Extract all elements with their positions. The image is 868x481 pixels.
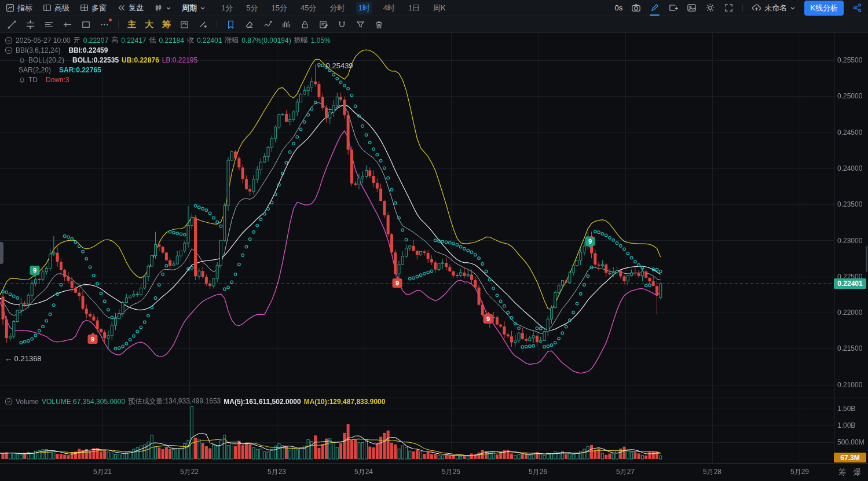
main-chart-button[interactable]: 主 — [127, 19, 136, 30]
save-layout-dropdown[interactable]: 未命名 — [752, 3, 796, 13]
replay-label: 复盘 — [129, 3, 144, 13]
change-label: 涨幅 — [225, 35, 239, 45]
parallel-channel-tool-icon[interactable] — [25, 20, 35, 30]
high-value: 0.22417 — [121, 36, 146, 45]
open-value: 0.22207 — [83, 36, 108, 45]
divider — [217, 20, 217, 28]
period-tab-45分[interactable]: 45分 — [299, 2, 318, 14]
bbi-legend-row: BBI(3,6,12,24) BBI:0.22459 — [5, 45, 331, 55]
multi-window-icon — [80, 3, 89, 12]
layout-name: 未命名 — [764, 3, 787, 13]
estimated-volume-value: 预估成交量:134,933,499.1653 — [128, 396, 221, 406]
lock-tool-icon[interactable] — [300, 20, 310, 30]
date-axis-label: 5月29 — [790, 467, 809, 477]
bookmark-tool-icon[interactable] — [226, 20, 236, 30]
price-axis-label: 0.21500 — [837, 344, 862, 353]
horizontal-lines-tool-icon[interactable] — [44, 20, 54, 30]
close-value: 0.22401 — [197, 36, 222, 45]
kline-analysis-button[interactable]: K线分析 — [804, 1, 844, 16]
replay-button[interactable]: 复盘 — [117, 3, 144, 13]
kline-chart-canvas[interactable] — [0, 33, 868, 481]
multi-window-button[interactable]: 多窗 — [80, 3, 107, 13]
collapse-chevron-icon[interactable] — [5, 36, 13, 45]
td-value: Down:3 — [46, 76, 69, 84]
large-view-button[interactable]: 大 — [145, 19, 153, 30]
chart-area: 2025-05-27 10:00 开0.22207 高0.22417 低0.22… — [0, 33, 868, 481]
bottom-corner-toggle-2[interactable]: 爆 — [854, 467, 861, 478]
settings-gear-icon[interactable] — [705, 3, 715, 13]
volume-value: VOLUME:67,354,305.0000 — [42, 398, 125, 406]
volume-axis-label: 1.00B — [837, 421, 855, 429]
price-axis-label: 0.22000 — [837, 309, 862, 317]
drawing-toolbar: 主 大 筹 — [0, 16, 868, 33]
chip-distribution-button[interactable]: 筹 — [162, 19, 171, 30]
current-price-badge: 0.22401 — [834, 278, 866, 289]
indicator-icon — [6, 3, 14, 12]
date-axis-label: 5月25 — [442, 467, 460, 477]
period-dropdown[interactable]: 周期 — [182, 3, 206, 13]
top-toolbar: 指标 高级 多窗 复盘 周期 1分5分15分45分分时1时4时1日周K 0s — [0, 0, 868, 16]
eraser-tool-icon[interactable] — [244, 20, 254, 30]
collapse-chevron-icon[interactable] — [5, 46, 13, 54]
share-icon[interactable] — [852, 3, 862, 13]
horizontal-ray-tool-icon[interactable] — [63, 20, 72, 30]
axis-scrollbar[interactable] — [866, 246, 867, 272]
period-tab-1日[interactable]: 1日 — [406, 2, 422, 14]
candle-time: 2025-05-27 10:00 — [16, 36, 71, 45]
compare-rotate-icon[interactable] — [180, 20, 189, 30]
current-volume-badge: 67.3M — [834, 453, 866, 462]
close-label: 收 — [187, 35, 194, 45]
volume-ma5-value: MA(5):161,611,502.0000 — [224, 398, 301, 406]
advanced-button[interactable]: 高级 — [43, 3, 69, 13]
chart-type-dropdown[interactable] — [154, 3, 171, 12]
period-tab-1分[interactable]: 1分 — [219, 2, 235, 14]
period-tab-15分[interactable]: 15分 — [269, 2, 288, 14]
period-tab-5分[interactable]: 5分 — [244, 2, 259, 14]
low-price-annotation: ← 0.21368 — [5, 354, 42, 363]
sar-name: SAR(2,20) — [19, 66, 51, 74]
more-tools-icon[interactable] — [100, 20, 109, 30]
price-axis-label: 0.21000 — [837, 381, 862, 389]
alert-bell-icon[interactable] — [19, 76, 25, 83]
date-axis-label: 5月24 — [354, 467, 373, 477]
freehand-pen-tool-icon[interactable] — [263, 20, 273, 30]
period-tab-分时[interactable]: 分时 — [328, 2, 346, 14]
bar-pattern-tool-icon[interactable] — [281, 20, 291, 30]
add-panel-icon[interactable] — [668, 3, 678, 13]
period-tab-周K[interactable]: 周K — [431, 2, 448, 14]
collapse-chevron-icon[interactable] — [5, 398, 13, 406]
price-axis-label: 0.23500 — [837, 200, 862, 208]
td-count-badge: 9 — [30, 266, 40, 275]
amplitude-value: 1.05% — [311, 36, 331, 45]
screenshot-camera-icon[interactable] — [631, 3, 641, 13]
period-tabs: 1分5分15分45分分时1时4时1日周K — [219, 2, 448, 14]
date-axis-label: 5月21 — [93, 467, 112, 477]
bottom-corner-toggle-1[interactable]: 筹 — [838, 467, 846, 478]
indicators-button[interactable]: 指标 — [6, 3, 32, 13]
price-axis-label: 0.23000 — [837, 237, 862, 245]
rectangle-tool-icon[interactable] — [81, 20, 91, 30]
low-value: 0.22184 — [159, 36, 184, 45]
magnet-tool-icon[interactable] — [337, 20, 347, 30]
date-axis-label: 5月28 — [703, 467, 721, 477]
note-edit-tool-icon[interactable] — [318, 20, 328, 30]
sar-value: SAR:0.22765 — [59, 66, 101, 74]
bbi-name: BBI(3,6,12,24) — [16, 46, 60, 54]
trend-line-tool-icon[interactable] — [7, 20, 17, 30]
td-count-badge: 9 — [484, 314, 493, 324]
fullscreen-icon[interactable] — [724, 3, 734, 13]
panel-drag-handle[interactable] — [0, 242, 3, 264]
brush-point-tool-icon[interactable] — [198, 20, 208, 30]
trash-tool-icon[interactable] — [374, 20, 384, 30]
boll-legend-row: BOLL(20,2) BOLL:0.22535 UB:0.22876 LB:0.… — [19, 55, 331, 65]
filter-funnel-tool-icon[interactable] — [356, 20, 365, 30]
period-tab-4时[interactable]: 4时 — [382, 2, 397, 14]
image-export-icon[interactable] — [687, 3, 697, 13]
period-tab-1时[interactable]: 1时 — [356, 2, 371, 14]
alert-bell-icon[interactable] — [19, 57, 25, 64]
date-axis-label: 5月26 — [529, 467, 547, 477]
volume-legend: Volume VOLUME:67,354,305.0000 预估成交量:134,… — [5, 396, 385, 406]
period-label: 周期 — [182, 3, 197, 13]
draw-pencil-icon[interactable] — [650, 3, 660, 13]
timer: 0s — [615, 3, 623, 12]
